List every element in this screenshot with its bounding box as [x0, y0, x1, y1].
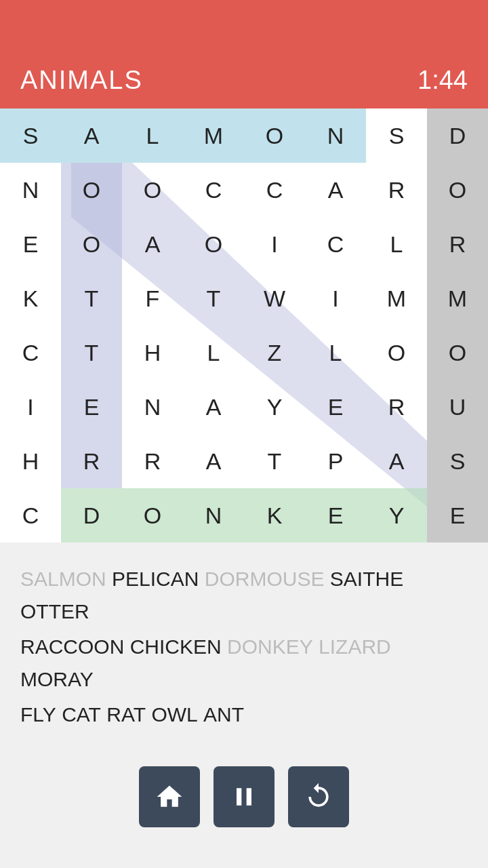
grid-cell[interactable]: U [427, 380, 488, 434]
letter-grid[interactable]: SALMONSDNOOCCAROEOAOICLRKTFTWIMMCTHLZLOO… [0, 108, 488, 542]
grid-cell[interactable]: L [305, 326, 366, 380]
grid-cell[interactable]: T [183, 271, 244, 326]
game-controls [0, 766, 488, 827]
grid-cell[interactable]: C [183, 163, 244, 217]
grid-cell[interactable]: C [305, 217, 366, 271]
grid-cell[interactable]: R [61, 434, 122, 488]
grid-cell[interactable]: A [366, 434, 427, 488]
grid-cell[interactable]: W [244, 271, 305, 326]
word-item: LIZARD [319, 635, 391, 658]
word-item: ANT [203, 703, 244, 726]
word-item: RACCOON [20, 635, 124, 658]
word-item: DORMOUSE [205, 568, 325, 590]
word-item: OTTER [20, 600, 89, 623]
grid-cell[interactable]: O [61, 163, 122, 217]
grid-cell[interactable]: O [244, 108, 305, 163]
grid-cell[interactable]: A [122, 217, 183, 271]
grid-cell[interactable]: N [0, 163, 61, 217]
grid-cell[interactable]: R [427, 217, 488, 271]
grid-cell[interactable]: O [122, 488, 183, 542]
grid-cell[interactable]: O [183, 217, 244, 271]
pause-icon [229, 782, 259, 812]
grid-cell[interactable]: P [305, 434, 366, 488]
grid-cell[interactable]: S [0, 108, 61, 163]
grid-cell[interactable]: E [61, 380, 122, 434]
timer-display: 1:44 [418, 66, 468, 95]
header: ANIMALS 1:44 [0, 0, 488, 108]
grid-cell[interactable]: M [366, 271, 427, 326]
grid-cell[interactable]: I [0, 380, 61, 434]
word-item: PELICAN [112, 568, 199, 590]
grid-cell[interactable]: Y [244, 380, 305, 434]
grid-cell[interactable]: R [122, 434, 183, 488]
grid-cell[interactable]: E [305, 380, 366, 434]
grid-cell[interactable]: S [427, 434, 488, 488]
grid-cell[interactable]: I [305, 271, 366, 326]
word-item: FLY [20, 703, 56, 726]
category-title: ANIMALS [20, 66, 143, 95]
grid-cell[interactable]: M [183, 108, 244, 163]
grid-cell[interactable]: L [366, 217, 427, 271]
grid-cell[interactable]: L [183, 326, 244, 380]
grid-cell[interactable]: T [61, 326, 122, 380]
grid-cell[interactable]: A [305, 163, 366, 217]
grid-cell[interactable]: D [61, 488, 122, 542]
home-button[interactable] [139, 766, 200, 827]
grid-cell[interactable]: C [244, 163, 305, 217]
grid-cell[interactable]: E [427, 488, 488, 542]
word-item: SALMON [20, 568, 106, 590]
grid-cell[interactable]: O [366, 326, 427, 380]
restart-button[interactable] [288, 766, 349, 827]
word-item: SAITHE [330, 568, 403, 590]
grid-cell[interactable]: N [122, 380, 183, 434]
grid-cell[interactable]: S [366, 108, 427, 163]
grid-cell[interactable]: L [122, 108, 183, 163]
home-icon [155, 782, 184, 812]
grid-cell[interactable]: D [427, 108, 488, 163]
grid-cell[interactable]: T [244, 434, 305, 488]
word-item: CHICKEN [130, 635, 222, 658]
grid-cell[interactable]: O [427, 326, 488, 380]
grid-cell[interactable]: A [183, 434, 244, 488]
word-item: DONKEY [227, 635, 313, 658]
grid-cell[interactable]: C [0, 326, 61, 380]
grid-cell[interactable]: E [305, 488, 366, 542]
grid-cell[interactable]: A [183, 380, 244, 434]
word-list-area: SALMON PELICAN DORMOUSE SAITHE OTTERRACC… [0, 542, 488, 747]
pause-button[interactable] [214, 766, 274, 827]
grid-cell[interactable]: C [0, 488, 61, 542]
grid-cell[interactable]: F [122, 271, 183, 326]
word-item: RAT [106, 703, 146, 726]
grid-cell[interactable]: Y [366, 488, 427, 542]
grid-cell[interactable]: E [0, 217, 61, 271]
word-search-grid[interactable]: SALMONSDNOOCCAROEOAOICLRKTFTWIMMCTHLZLOO… [0, 108, 488, 542]
grid-cell[interactable]: R [366, 380, 427, 434]
grid-cell[interactable]: A [61, 108, 122, 163]
grid-cell[interactable]: H [0, 434, 61, 488]
grid-cell[interactable]: N [305, 108, 366, 163]
grid-cell[interactable]: R [366, 163, 427, 217]
word-item: CAT [62, 703, 101, 726]
grid-cell[interactable]: O [122, 163, 183, 217]
grid-cell[interactable]: O [61, 217, 122, 271]
word-item: MORAY [20, 668, 94, 690]
word-list: SALMON PELICAN DORMOUSE SAITHE OTTERRACC… [20, 563, 468, 731]
grid-cell[interactable]: N [183, 488, 244, 542]
grid-cell[interactable]: K [244, 488, 305, 542]
grid-cell[interactable]: M [427, 271, 488, 326]
grid-cell[interactable]: K [0, 271, 61, 326]
grid-cell[interactable]: H [122, 326, 183, 380]
grid-cell[interactable]: O [427, 163, 488, 217]
grid-cell[interactable]: T [61, 271, 122, 326]
word-item: OWL [151, 703, 197, 726]
grid-cell[interactable]: I [244, 217, 305, 271]
grid-cell[interactable]: Z [244, 326, 305, 380]
restart-icon [304, 782, 333, 812]
